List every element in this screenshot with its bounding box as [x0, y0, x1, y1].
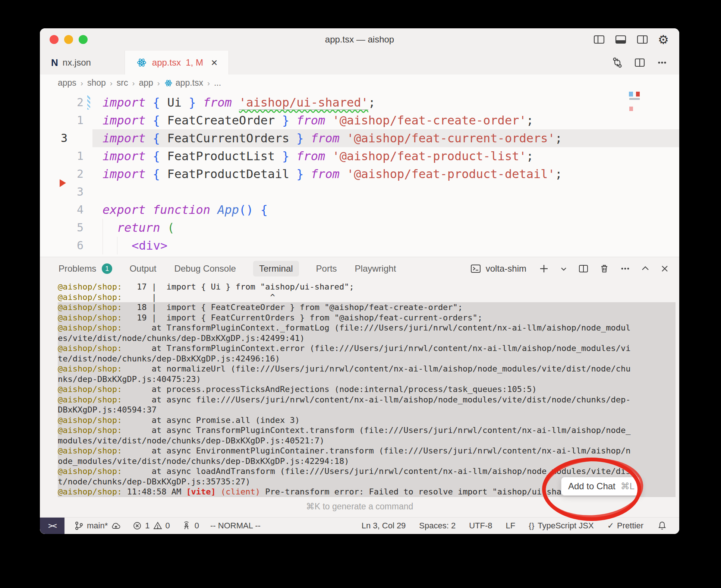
- problems-status[interactable]: 1 0: [132, 521, 170, 531]
- line-content: import { FeatCreateOrder } from '@aishop…: [92, 111, 679, 129]
- warning-mark: [629, 107, 633, 111]
- terminal-line[interactable]: es/vite/dist/node/chunks/dep-DBxKXgDP.js…: [58, 333, 676, 344]
- terminal-line[interactable]: @aishop/shop: at process.processTicksAnd…: [58, 384, 676, 395]
- terminal-line[interactable]: @aishop/shop: at TransformPluginContext.…: [58, 343, 676, 354]
- code-line[interactable]: 1import { FeatProductList } from '@aisho…: [40, 147, 679, 165]
- gutter-decoration: [86, 147, 92, 165]
- breadcrumb-item[interactable]: ...: [214, 78, 221, 88]
- ports-status[interactable]: 0: [181, 521, 199, 531]
- panel-tab-terminal[interactable]: Terminal: [253, 261, 299, 276]
- terminal-line[interactable]: @aishop/shop: | ^: [58, 292, 676, 303]
- split-terminal-icon[interactable]: [578, 263, 589, 274]
- line-number: 2: [40, 94, 84, 111]
- terminal-line[interactable]: @aishop/shop: 18 | import { FeatCreateOr…: [58, 302, 676, 313]
- terminal-dropdown-icon[interactable]: [559, 264, 568, 273]
- gutter-decoration: [86, 129, 92, 147]
- panel-tab-problems[interactable]: Problems1: [58, 261, 112, 276]
- language-mode[interactable]: {} TypeScript JSX: [529, 521, 594, 531]
- settings-gear-icon[interactable]: ⚙: [658, 34, 669, 46]
- code-line[interactable]: 5return (: [40, 219, 679, 237]
- line-content: <div>: [92, 237, 679, 255]
- tab-app-tsx[interactable]: app.tsx 1, M ×: [125, 51, 229, 75]
- code-line[interactable]: 3: [40, 183, 679, 201]
- panel-tab-debug-console[interactable]: Debug Console: [173, 261, 236, 276]
- breadcrumb-separator: ›: [207, 79, 210, 88]
- tab-dirty-indicator: 1, M: [186, 57, 203, 68]
- vim-mode-indicator[interactable]: -- NORMAL --: [210, 521, 261, 531]
- terminal-instance[interactable]: volta-shim: [470, 263, 526, 274]
- code-line[interactable]: 2import { Ui } from 'aishop/ui-shared';: [40, 94, 679, 111]
- gutter-decoration: [86, 111, 92, 129]
- formatter-status[interactable]: ✓ Prettier: [607, 521, 643, 531]
- panel-tab-ports[interactable]: Ports: [315, 261, 338, 276]
- toggle-panel-icon[interactable]: [614, 33, 627, 46]
- terminal-line[interactable]: @aishop/shop: at async Promise.all (inde…: [58, 415, 676, 426]
- terminal-output[interactable]: @aishop/shop: 17 | import { Ui } from "a…: [40, 280, 679, 497]
- close-tab-icon[interactable]: ×: [211, 57, 218, 68]
- open-changes-icon[interactable]: [611, 57, 623, 69]
- terminal-line[interactable]: @aishop/shop: at async file:///Users/jur…: [58, 395, 676, 405]
- toggle-sidebar-icon[interactable]: [593, 33, 605, 46]
- publish-cloud-icon: [111, 521, 121, 531]
- cursor-position[interactable]: Ln 3, Col 29: [362, 521, 406, 531]
- terminal-line[interactable]: @aishop/shop: 17 | import { Ui } from "a…: [58, 282, 676, 292]
- line-content: import { FeatCurrentOrders } from '@aish…: [92, 129, 679, 147]
- line-content: export function App() {: [92, 201, 679, 219]
- close-window-button[interactable]: [50, 35, 59, 44]
- terminal-line[interactable]: DBxKXgDP.js:40594:37: [58, 405, 676, 415]
- panel-more-actions-icon[interactable]: [620, 263, 631, 274]
- modified-line-indicator: [87, 95, 90, 110]
- indent-guide: [103, 237, 117, 255]
- notifications-bell-icon[interactable]: [657, 521, 667, 531]
- code-line[interactable]: 2import { FeatProductDetail } from '@ais…: [40, 165, 679, 183]
- line-content: import { FeatProductList } from '@aishop…: [92, 147, 679, 165]
- code-line[interactable]: 4export function App() {: [40, 201, 679, 219]
- maximize-panel-icon[interactable]: [640, 264, 650, 274]
- panel-tabs: Problems1OutputDebug ConsoleTerminalPort…: [58, 261, 397, 276]
- breadcrumb-item[interactable]: src: [117, 78, 128, 88]
- terminal-line[interactable]: nks/dep-DBxKXgDP.js:40475:23): [58, 374, 676, 385]
- panel-tab-output[interactable]: Output: [129, 261, 157, 276]
- close-panel-icon[interactable]: [660, 264, 670, 274]
- code-line[interactable]: 6<div>: [40, 237, 679, 255]
- terminal-line[interactable]: @aishop/shop: 19 | import { FeatCurrentO…: [58, 313, 676, 323]
- terminal-line[interactable]: te/dist/node/chunks/dep-DBxKXgDP.js:4249…: [58, 354, 676, 364]
- react-icon: [164, 79, 173, 88]
- terminal-icon: [470, 263, 481, 274]
- terminal-line[interactable]: @aishop/shop: at async TransformPluginCo…: [58, 425, 676, 436]
- terminal-line[interactable]: ode_modules/vite/dist/node/chunks/dep-DB…: [58, 456, 676, 467]
- breadcrumb-item[interactable]: app.tsx: [164, 78, 203, 88]
- viewport-band: [629, 98, 640, 100]
- kill-terminal-icon[interactable]: [599, 263, 610, 274]
- indentation[interactable]: Spaces: 2: [419, 521, 456, 531]
- code-line[interactable]: 1import { FeatCreateOrder } from '@aisho…: [40, 111, 679, 129]
- keyboard-shortcut: ⌘L: [621, 481, 635, 491]
- indent-guide: [103, 219, 117, 237]
- code-line[interactable]: 3import { FeatCurrentOrders } from '@ais…: [40, 129, 679, 147]
- toggle-secondary-sidebar-icon[interactable]: [636, 33, 649, 46]
- eol-sequence[interactable]: LF: [506, 521, 516, 531]
- new-terminal-icon[interactable]: [538, 263, 550, 274]
- breadcrumb: apps›shop›src›app›app.tsx›...: [40, 75, 679, 91]
- breadcrumb-item[interactable]: apps: [58, 78, 76, 88]
- tab-nx-json[interactable]: N nx.json: [40, 51, 102, 75]
- more-actions-icon[interactable]: [656, 57, 668, 69]
- breadcrumb-item[interactable]: shop: [87, 78, 106, 88]
- panel-tab-playwright[interactable]: Playwright: [354, 261, 397, 276]
- zoom-window-button[interactable]: [79, 35, 88, 44]
- gutter-decoration: [86, 201, 92, 219]
- terminal-line[interactable]: @aishop/shop: at async EnvironmentPlugin…: [58, 446, 676, 456]
- split-editor-icon[interactable]: [634, 57, 646, 69]
- modified-mark: [629, 92, 633, 97]
- breadcrumb-item[interactable]: app: [139, 78, 153, 88]
- encoding[interactable]: UTF-8: [469, 521, 492, 531]
- terminal-line[interactable]: @aishop/shop: at TransformPluginContext.…: [58, 323, 676, 333]
- remote-indicator[interactable]: ><: [40, 518, 64, 534]
- git-branch-status[interactable]: main*: [74, 521, 121, 531]
- minimize-window-button[interactable]: [64, 35, 73, 44]
- terminal-line[interactable]: @aishop/shop: at normalizeUrl (file:///U…: [58, 364, 676, 374]
- add-to-chat-tooltip[interactable]: Add to Chat ⌘L: [561, 477, 642, 496]
- code-editor[interactable]: 2import { Ui } from 'aishop/ui-shared';1…: [40, 91, 679, 257]
- terminal-line[interactable]: @aishop/shop: at async loadAndTransform …: [58, 466, 676, 477]
- terminal-line[interactable]: modules/vite/dist/node/chunks/dep-DBxKXg…: [58, 436, 676, 446]
